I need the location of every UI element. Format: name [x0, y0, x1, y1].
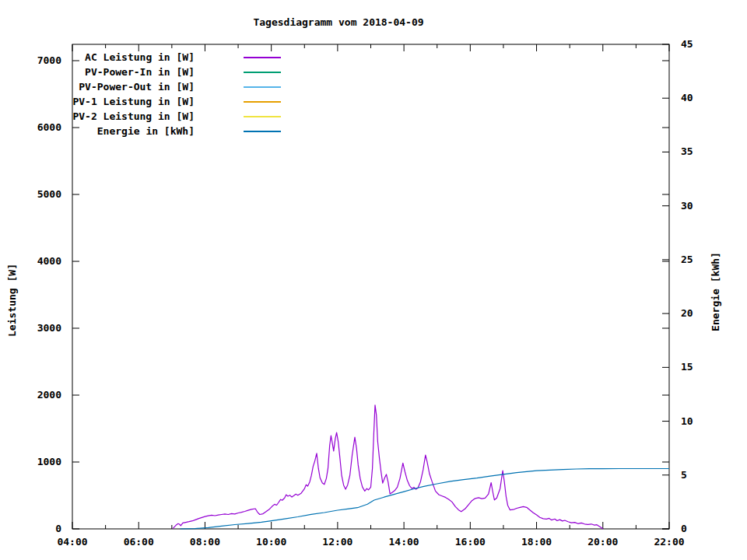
- series-curve-5: [181, 469, 670, 530]
- legend-label-pv-power-in: PV-Power-In in [W]: [0, 66, 195, 78]
- legend-entry-ac: AC Leistung in [W]: [0, 50, 281, 65]
- legend-line-sample-pv-power-out: [244, 86, 281, 88]
- y2-tick-label: 40: [681, 92, 693, 103]
- legend-line-sample-pv1: [244, 101, 281, 103]
- x-tick-label: 22:00: [654, 536, 684, 548]
- x-tick-label: 14:00: [389, 536, 419, 548]
- x-tick-label: 10:00: [256, 536, 286, 548]
- x-tick-label: 08:00: [190, 536, 220, 548]
- legend: AC Leistung in [W] PV-Power-In in [W] PV…: [0, 50, 281, 138]
- legend-line-sample-ac: [244, 57, 281, 58]
- legend-label-pv1: PV-1 Leistung in [W]: [0, 96, 195, 107]
- x-tick-label: 20:00: [587, 536, 618, 548]
- legend-line-sample-pv-power-in: [244, 72, 281, 73]
- legend-line-sample-pv2: [244, 116, 281, 117]
- x-tick-label: 12:00: [322, 536, 352, 548]
- y1-tick-label: 3000: [37, 322, 61, 334]
- legend-label-pv-power-out: PV-Power-Out in [W]: [0, 81, 195, 93]
- y1-tick-label: 1000: [37, 456, 61, 467]
- legend-entry-pv1: PV-1 Leistung in [W]: [0, 94, 281, 109]
- legend-label-ac: AC Leistung in [W]: [0, 51, 195, 63]
- y1-tick-label: 5000: [37, 188, 61, 200]
- x-tick-label: 04:00: [57, 536, 87, 548]
- gnuplot-chart-window: Tagesdiagramm vom 2018-04-09 Leistung [W…: [0, 0, 747, 560]
- y1-tick-label: 4000: [37, 255, 61, 267]
- y2-tick-label: 15: [681, 361, 693, 373]
- legend-entry-pv-power-in: PV-Power-In in [W]: [0, 65, 281, 79]
- y2-tick-label: 45: [681, 38, 693, 50]
- legend-line-sample-energie: [244, 131, 281, 132]
- y2-tick-label: 0: [681, 523, 687, 534]
- y2-tick-label: 35: [681, 145, 693, 157]
- y2-tick-label: 10: [681, 415, 693, 427]
- y1-tick-label: 0: [55, 523, 61, 534]
- y2-tick-label: 25: [681, 254, 693, 265]
- y2-tick-label: 20: [681, 307, 693, 319]
- x-tick-label: 16:00: [455, 536, 486, 548]
- x-tick-label: 06:00: [124, 536, 154, 548]
- legend-entry-pv2: PV-2 Leistung in [W]: [0, 109, 281, 124]
- y2-tick-label: 30: [681, 200, 693, 212]
- legend-label-pv2: PV-2 Leistung in [W]: [0, 110, 195, 122]
- legend-label-energie: Energie in [kWh]: [0, 125, 195, 137]
- y2-tick-label: 5: [681, 469, 687, 481]
- series-curve-0: [173, 405, 603, 529]
- legend-entry-energie: Energie in [kWh]: [0, 124, 281, 138]
- x-tick-label: 18:00: [521, 536, 552, 548]
- y1-tick-label: 2000: [37, 389, 61, 401]
- legend-entry-pv-power-out: PV-Power-Out in [W]: [0, 79, 281, 94]
